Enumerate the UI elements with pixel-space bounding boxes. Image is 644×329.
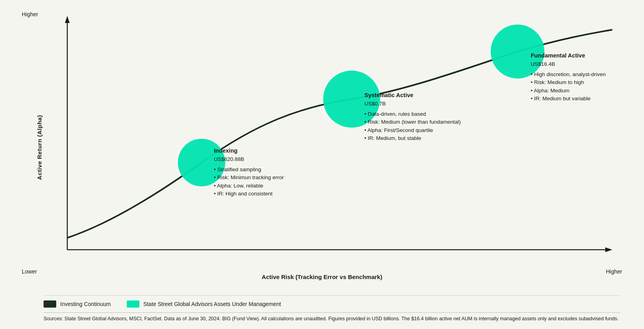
fundamental-bullet-1: High discretion, analyst-driven <box>531 71 606 78</box>
legend-teal-label: State Street Global Advisors Assets Unde… <box>143 301 281 307</box>
legend-item-dark: Investing Continuum <box>44 300 111 308</box>
indexing-bullet-2: Risk: Minimun tracking error <box>214 174 284 182</box>
svg-marker-1 <box>65 16 70 23</box>
indexing-title: Indexing <box>214 147 284 155</box>
systematic-bullet-1: Data-driven, rules based <box>364 110 461 118</box>
systematic-title: Systematic Active <box>364 91 461 100</box>
svg-marker-3 <box>605 247 612 252</box>
fundamental-aum: US$16.4B <box>531 60 606 68</box>
indexing-annotation: Indexing US$620.88B Stratified sampling … <box>214 147 284 198</box>
y-higher-label: Higher <box>22 11 38 17</box>
x-lower-label: Lower <box>22 268 37 275</box>
fundamental-bullet-2: Risk: Medium to high <box>531 78 606 86</box>
legend: Investing Continuum State Street Global … <box>44 295 620 311</box>
legend-teal-box <box>127 300 139 308</box>
systematic-bullet-4: IR: Medium, but stable <box>364 134 461 142</box>
fundamental-bullet-4: IR: Medium but variable <box>531 95 606 103</box>
systematic-annotation: Systematic Active US$0.7B Data-driven, r… <box>364 91 461 142</box>
systematic-aum: US$0.7B <box>364 100 461 108</box>
legend-item-teal: State Street Global Advisors Assets Unde… <box>127 300 281 308</box>
indexing-bullet-1: Stratified sampling <box>214 166 284 174</box>
fundamental-annotation: Fundamental Active US$16.4B High discret… <box>531 52 606 103</box>
systematic-bullets: Data-driven, rules based Risk: Medium (l… <box>364 110 461 142</box>
systematic-bullet-2: Risk: Medium (lower than fundamental) <box>364 118 461 126</box>
indexing-bullets: Stratified sampling Risk: Minimun tracki… <box>214 166 284 198</box>
bottom-section: Investing Continuum State Street Global … <box>0 295 644 329</box>
chart-area: Indexing US$620.88B Stratified sampling … <box>44 12 620 281</box>
fundamental-bullet-3: Alpha: Medium <box>531 87 606 95</box>
y-axis-label: Active Return (Alpha) <box>36 115 43 180</box>
indexing-aum: US$620.88B <box>214 155 284 163</box>
fundamental-bullets: High discretion, analyst-driven Risk: Me… <box>531 71 606 103</box>
chart-container: Active Return (Alpha) Higher Lower Highe… <box>0 0 644 295</box>
indexing-bullet-4: IR: High and consistent <box>214 190 284 198</box>
legend-dark-box <box>44 300 56 308</box>
sources-text: Sources: State Street Global Advisors, M… <box>44 312 620 329</box>
legend-dark-label: Investing Continuum <box>60 301 111 307</box>
fundamental-title: Fundamental Active <box>531 52 606 60</box>
systematic-bullet-3: Alpha: First/Second quartile <box>364 126 461 134</box>
indexing-bullet-3: Alpha: Low, reliable <box>214 182 284 190</box>
